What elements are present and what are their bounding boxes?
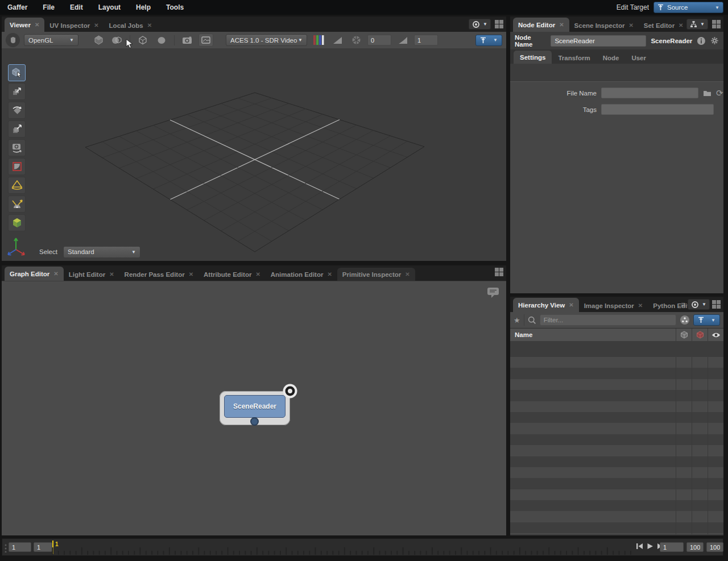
menu-file[interactable]: File (43, 3, 55, 11)
gamma-toggle-button[interactable] (395, 34, 410, 47)
close-icon[interactable]: ✕ (35, 22, 39, 28)
tags-input[interactable] (601, 104, 714, 115)
subtab-user[interactable]: User (625, 52, 652, 64)
exposure-toggle-button[interactable] (330, 34, 345, 47)
layout-grid-icon[interactable] (495, 20, 503, 28)
close-icon[interactable]: ✕ (628, 22, 633, 28)
light-position-tool-button[interactable] (8, 196, 26, 213)
close-icon[interactable]: ✕ (327, 271, 332, 277)
tab-render-pass-editor[interactable]: Render Pass Editor ✕ (119, 268, 198, 281)
file-name-input[interactable] (601, 88, 698, 98)
tab-viewer[interactable]: Viewer ✕ (5, 18, 44, 32)
hierarchy-row[interactable] (510, 368, 723, 379)
subtab-transform[interactable]: Transform (552, 52, 596, 64)
focus-ring-icon[interactable] (281, 382, 299, 400)
node-editor-target-menu-button[interactable]: ▼ (686, 19, 708, 30)
channel-select-button[interactable] (311, 34, 326, 47)
tab-attribute-editor[interactable]: Attribute Editor ✕ (198, 268, 266, 281)
gamma-input[interactable] (414, 35, 438, 45)
hierarchy-focus-dropdown[interactable]: ▼ (693, 314, 720, 326)
hierarchy-row[interactable] (510, 390, 723, 401)
close-icon[interactable]: ✕ (559, 22, 564, 28)
crop-window-tool-button[interactable] (8, 158, 26, 175)
expand-selection-button[interactable] (135, 34, 150, 47)
translate-tool-button[interactable] (8, 83, 26, 100)
hierarchy-row[interactable] (510, 423, 723, 434)
subtab-node[interactable]: Node (597, 52, 626, 64)
close-icon[interactable]: ✕ (94, 22, 98, 28)
folder-icon[interactable] (703, 90, 712, 97)
reload-icon[interactable]: ⟳ (716, 90, 723, 97)
hierarchy-row[interactable] (510, 434, 723, 445)
close-icon[interactable]: ✕ (679, 22, 683, 28)
node-name-input[interactable] (551, 35, 646, 47)
tab-hierarchy-view[interactable]: Hierarchy View ✕ (513, 298, 579, 312)
menu-edit[interactable]: Edit (70, 3, 83, 11)
hierarchy-row[interactable] (510, 357, 723, 368)
tab-animation-editor[interactable]: Animation Editor ✕ (266, 268, 337, 281)
hierarchy-row[interactable] (510, 489, 723, 500)
hierarchy-row[interactable] (510, 500, 723, 511)
annotation-icon[interactable] (487, 287, 499, 298)
timeline-range-end-field[interactable] (686, 542, 704, 552)
layout-grid-icon[interactable] (495, 268, 503, 276)
visibility-column-header[interactable] (708, 329, 723, 341)
edit-target-dropdown[interactable]: Source ▼ (653, 2, 723, 13)
light-tool-button[interactable] (8, 177, 26, 194)
close-icon[interactable]: ✕ (569, 302, 573, 308)
tab-graph-editor[interactable]: Graph Editor ✕ (5, 267, 64, 281)
viewport-3d[interactable]: Select Standard ▼ (2, 48, 506, 261)
scale-tool-button[interactable] (8, 120, 26, 138)
play-button[interactable] (647, 543, 653, 550)
viewer-target-menu-button[interactable]: ▼ (469, 19, 491, 30)
tab-primitive-inspector[interactable]: Primitive Inspector ✕ (337, 268, 415, 281)
menu-layout[interactable]: Layout (98, 3, 121, 11)
filter-input[interactable] (540, 314, 676, 326)
timeline-fps-field[interactable] (706, 542, 723, 552)
bookmark-star-icon[interactable]: ★ (514, 316, 520, 325)
frame-ruler[interactable] (2, 539, 634, 555)
camera-tool-button[interactable] (8, 139, 26, 156)
shading-mode-button[interactable] (91, 34, 106, 47)
layout-grid-icon[interactable] (712, 300, 721, 309)
rotate-tool-button[interactable] (8, 102, 26, 119)
filter-options-icon[interactable] (680, 315, 690, 325)
collapse-selection-button[interactable] (154, 34, 169, 47)
tab-local-jobs[interactable]: Local Jobs ✕ (104, 19, 157, 32)
tab-scene-inspector[interactable]: Scene Inspector ✕ (569, 19, 639, 32)
scene-reader-node[interactable]: SceneReader (220, 391, 290, 425)
close-icon[interactable]: ✕ (189, 271, 193, 277)
expansion-mode-button[interactable] (110, 34, 125, 47)
tab-node-editor[interactable]: Node Editor ✕ (513, 18, 569, 32)
close-icon[interactable]: ✕ (255, 271, 260, 277)
tab-set-editor[interactable]: Set Editor ✕ (639, 19, 689, 32)
hierarchy-row[interactable] (510, 379, 723, 390)
aperture-button[interactable] (349, 34, 363, 47)
hierarchy-row[interactable] (510, 401, 723, 412)
tab-list-icon[interactable]: ≡ (681, 300, 685, 309)
graph-canvas[interactable]: SceneReader (2, 281, 506, 535)
scene-reader-node-body[interactable]: SceneReader (224, 395, 286, 418)
hierarchy-row[interactable] (510, 456, 723, 467)
hierarchy-row[interactable] (510, 412, 723, 423)
select-tool-button[interactable] (8, 64, 26, 81)
close-icon[interactable]: ✕ (147, 22, 152, 28)
name-column-header[interactable]: Name (510, 331, 676, 338)
hierarchy-row[interactable] (510, 533, 723, 534)
subtab-settings[interactable]: Settings (514, 51, 552, 64)
expansion-column-header[interactable] (676, 329, 692, 341)
hierarchy-row[interactable] (510, 511, 723, 522)
renderer-dropdown[interactable]: OpenGL ▼ (24, 34, 78, 46)
hierarchy-target-menu-button[interactable]: ▼ (688, 299, 710, 310)
scene-view-tool-button[interactable] (8, 214, 26, 231)
exposure-input[interactable] (367, 35, 391, 45)
hierarchy-row[interactable] (510, 445, 723, 456)
close-icon[interactable]: ✕ (109, 271, 114, 277)
render-view-button[interactable] (198, 34, 213, 47)
gear-icon[interactable] (710, 36, 719, 45)
viewer-focus-dropdown[interactable]: ▼ (475, 35, 502, 46)
menu-help[interactable]: Help (136, 3, 151, 11)
skip-to-start-button[interactable] (636, 543, 643, 550)
hierarchy-row[interactable] (510, 522, 723, 533)
hierarchy-row[interactable] (510, 467, 723, 478)
